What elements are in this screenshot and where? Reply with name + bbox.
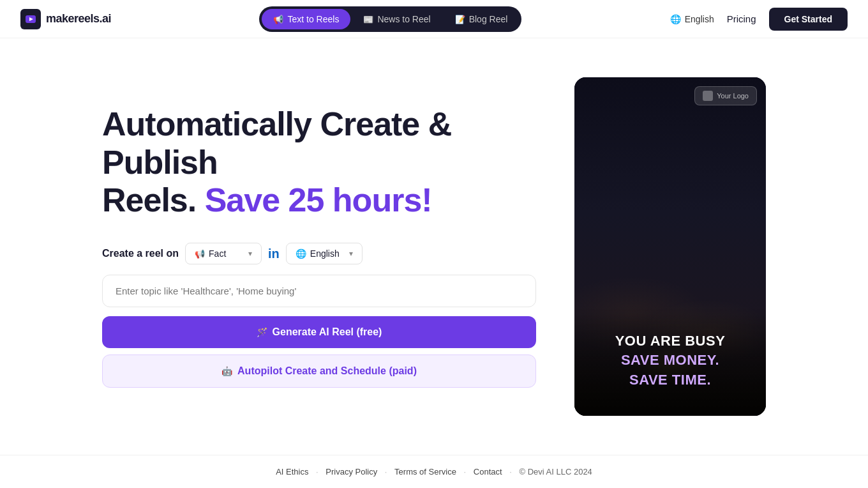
create-label: Create a reel on bbox=[102, 248, 179, 259]
topic-input[interactable] bbox=[102, 275, 536, 307]
footer-copyright: © Devi AI LLC 2024 bbox=[519, 467, 592, 477]
tab-blog-reel[interactable]: Blog Reel bbox=[444, 9, 520, 29]
main-content: Automatically Create & Publish Reels. Sa… bbox=[0, 38, 868, 455]
navbar: makereels.ai Text to Reels News to Reel … bbox=[0, 0, 868, 38]
reel-preview: Your Logo YOU ARE BUSY Save money. Save … bbox=[574, 77, 766, 416]
footer-link-ethics[interactable]: AI Ethics bbox=[276, 467, 308, 477]
tab-text-to-reels[interactable]: Text to Reels bbox=[262, 9, 350, 29]
footer-sep-3: · bbox=[464, 467, 467, 477]
footer-sep-4: · bbox=[509, 467, 512, 477]
logo-link[interactable]: makereels.ai bbox=[20, 9, 111, 29]
fact-dropdown-icon bbox=[195, 248, 205, 259]
get-started-button[interactable]: Get Started bbox=[769, 8, 848, 31]
megaphone-icon bbox=[273, 14, 283, 24]
headline-accent: Save 25 hours! bbox=[205, 181, 432, 218]
nav-tab-group: Text to Reels News to Reel Blog Reel bbox=[259, 6, 521, 32]
blog-icon bbox=[455, 14, 465, 24]
right-column: Your Logo YOU ARE BUSY Save money. Save … bbox=[574, 77, 766, 416]
reel-line2: Save money. bbox=[590, 351, 751, 370]
reel-line3: Save time. bbox=[590, 370, 751, 390]
language-dropdown[interactable]: English ▾ bbox=[286, 243, 363, 264]
fact-dropdown[interactable]: Fact ▾ bbox=[185, 243, 262, 264]
fact-chevron-icon: ▾ bbox=[248, 249, 252, 258]
nav-right: English Pricing Get Started bbox=[670, 8, 848, 31]
create-row: Create a reel on Fact ▾ in English ▾ bbox=[102, 243, 536, 264]
autopilot-button[interactable]: Autopilot Create and Schedule (paid) bbox=[102, 355, 536, 388]
lang-chevron-icon: ▾ bbox=[349, 249, 353, 258]
language-button[interactable]: English bbox=[670, 14, 714, 24]
footer-sep-1: · bbox=[316, 467, 318, 477]
reel-logo-bar: Your Logo bbox=[694, 86, 757, 105]
news-icon bbox=[363, 14, 373, 24]
reel-line1: YOU ARE BUSY bbox=[590, 332, 751, 351]
reel-text-overlay: YOU ARE BUSY Save money. Save time. bbox=[574, 306, 766, 416]
reel-logo-icon bbox=[703, 91, 713, 101]
tab-news-to-reel[interactable]: News to Reel bbox=[352, 9, 442, 29]
brand-name: makereels.ai bbox=[46, 12, 111, 26]
reel-logo-text: Your Logo bbox=[717, 92, 749, 100]
pricing-link[interactable]: Pricing bbox=[727, 13, 756, 24]
language-icon bbox=[670, 14, 681, 24]
wand-icon bbox=[257, 326, 267, 338]
footer-link-terms[interactable]: Terms of Service bbox=[394, 467, 456, 477]
robot-icon bbox=[221, 365, 232, 377]
footer-sep-2: · bbox=[385, 467, 387, 477]
left-column: Automatically Create & Publish Reels. Sa… bbox=[102, 105, 536, 388]
footer-link-privacy[interactable]: Privacy Policy bbox=[326, 467, 377, 477]
logo-icon bbox=[20, 9, 41, 29]
reel-big-text: YOU ARE BUSY Save money. Save time. bbox=[590, 332, 751, 390]
footer-link-contact[interactable]: Contact bbox=[474, 467, 502, 477]
linkedin-separator: in bbox=[268, 247, 280, 261]
lang-dropdown-icon bbox=[296, 248, 306, 259]
footer: AI Ethics · Privacy Policy · Terms of Se… bbox=[0, 455, 868, 488]
generate-button[interactable]: Generate AI Reel (free) bbox=[102, 316, 536, 348]
hero-headline: Automatically Create & Publish Reels. Sa… bbox=[102, 105, 536, 220]
